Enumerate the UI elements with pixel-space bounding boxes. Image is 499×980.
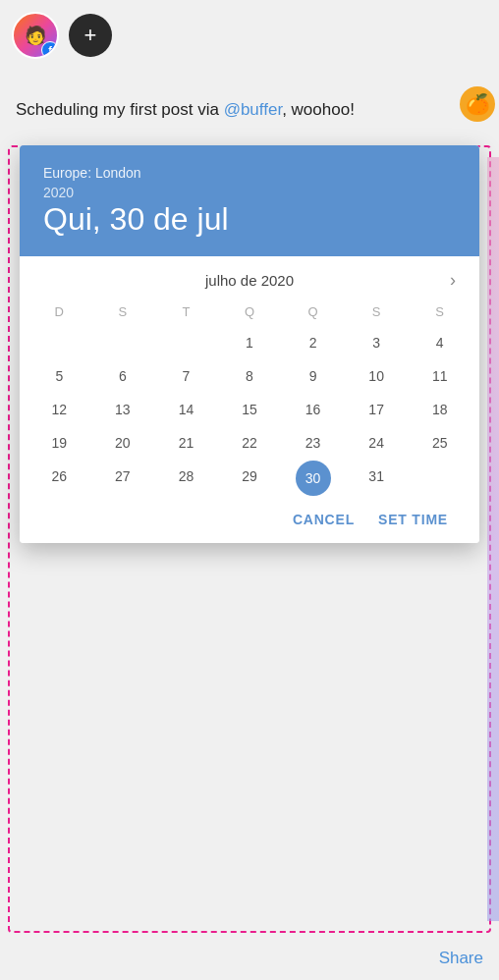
dow-d: D bbox=[28, 300, 91, 323]
dialog-header: Europe: London 2020 Qui, 30 de jul bbox=[20, 145, 479, 256]
cal-day-22[interactable]: 22 bbox=[218, 427, 282, 459]
cal-day-20[interactable]: 20 bbox=[91, 427, 155, 459]
cal-day-14[interactable]: 14 bbox=[154, 394, 218, 425]
timezone-label: Europe: London bbox=[43, 165, 456, 181]
cal-day-18[interactable]: 18 bbox=[408, 394, 471, 425]
cal-day-7[interactable]: 7 bbox=[154, 360, 218, 392]
cal-day-24[interactable]: 24 bbox=[345, 427, 409, 459]
year-label: 2020 bbox=[43, 185, 456, 200]
dow-s1: S bbox=[91, 300, 155, 323]
dow-s2: S bbox=[345, 300, 409, 323]
cal-day-16[interactable]: 16 bbox=[281, 394, 345, 425]
cal-cell-empty-3 bbox=[154, 327, 218, 358]
cal-day-3[interactable]: 3 bbox=[345, 327, 409, 358]
calendar-body: julho de 2020 › D S T Q Q S S 1 2 3 4 5 … bbox=[20, 256, 479, 543]
cal-day-17[interactable]: 17 bbox=[345, 394, 409, 425]
cal-day-31[interactable]: 31 bbox=[345, 461, 409, 496]
cal-day-2[interactable]: 2 bbox=[281, 327, 345, 358]
dow-q2: Q bbox=[281, 300, 345, 323]
month-nav: julho de 2020 › bbox=[28, 256, 471, 300]
avatar[interactable]: 🧑 f bbox=[12, 12, 59, 59]
cal-day-10[interactable]: 10 bbox=[345, 360, 409, 392]
cal-day-26[interactable]: 26 bbox=[28, 461, 91, 496]
dow-q1: Q bbox=[218, 300, 282, 323]
share-button[interactable]: Share bbox=[439, 949, 483, 968]
month-label: julho de 2020 bbox=[205, 272, 294, 289]
selected-date-label: Qui, 30 de jul bbox=[43, 202, 456, 237]
cal-day-15[interactable]: 15 bbox=[218, 394, 282, 425]
dialog-actions: CANCEL SET TIME bbox=[28, 496, 471, 543]
cal-day-23[interactable]: 23 bbox=[281, 427, 345, 459]
fb-badge: f bbox=[41, 41, 59, 59]
cancel-button[interactable]: CANCEL bbox=[293, 512, 355, 527]
cal-cell-empty-2 bbox=[91, 327, 155, 358]
dow-t: T bbox=[154, 300, 218, 323]
cal-cell-empty-1 bbox=[28, 327, 91, 358]
top-bar: 🧑 f + bbox=[12, 12, 112, 59]
calendar-grid: 1 2 3 4 5 6 7 8 9 10 11 12 13 14 15 16 1… bbox=[28, 327, 471, 496]
cal-cell-empty-end bbox=[408, 461, 471, 496]
cal-day-29[interactable]: 29 bbox=[218, 461, 282, 496]
cal-day-30-selected[interactable]: 30 bbox=[296, 461, 331, 496]
emoji-badge: 🍊 bbox=[460, 86, 495, 122]
cal-day-13[interactable]: 13 bbox=[91, 394, 155, 425]
cal-day-4[interactable]: 4 bbox=[408, 327, 471, 358]
cal-day-9[interactable]: 9 bbox=[281, 360, 345, 392]
cal-day-28[interactable]: 28 bbox=[154, 461, 218, 496]
calendar-dialog: Europe: London 2020 Qui, 30 de jul julho… bbox=[20, 145, 479, 543]
add-account-button[interactable]: + bbox=[69, 14, 112, 57]
cal-day-19[interactable]: 19 bbox=[28, 427, 91, 459]
right-strip bbox=[487, 157, 499, 921]
dow-s3: S bbox=[408, 300, 471, 323]
cal-day-11[interactable]: 11 bbox=[408, 360, 471, 392]
cal-day-12[interactable]: 12 bbox=[28, 394, 91, 425]
cal-day-25[interactable]: 25 bbox=[408, 427, 471, 459]
cal-day-5[interactable]: 5 bbox=[28, 360, 91, 392]
mention: @buffer bbox=[224, 100, 282, 119]
cal-day-27[interactable]: 27 bbox=[91, 461, 155, 496]
set-time-button[interactable]: SET TIME bbox=[378, 512, 448, 527]
post-text: Scheduling my first post via @buffer, wo… bbox=[16, 98, 483, 122]
cal-day-21[interactable]: 21 bbox=[154, 427, 218, 459]
cal-day-8[interactable]: 8 bbox=[218, 360, 282, 392]
days-of-week-row: D S T Q Q S S bbox=[28, 300, 471, 323]
next-month-button[interactable]: › bbox=[450, 270, 456, 291]
cal-day-1[interactable]: 1 bbox=[218, 327, 282, 358]
cal-day-6[interactable]: 6 bbox=[91, 360, 155, 392]
